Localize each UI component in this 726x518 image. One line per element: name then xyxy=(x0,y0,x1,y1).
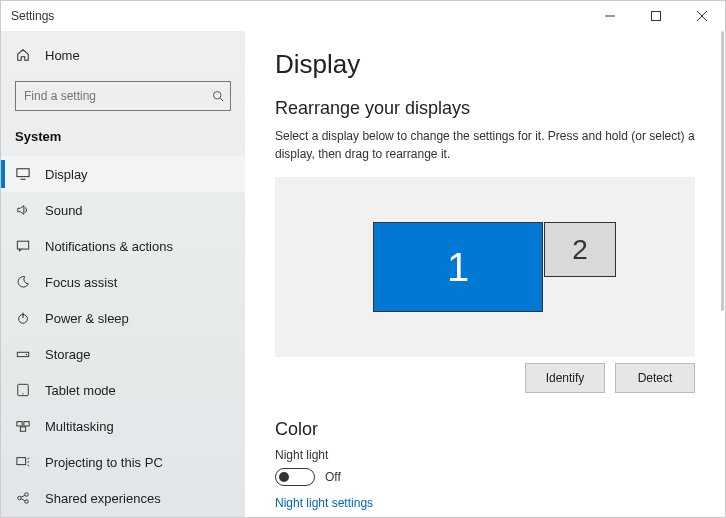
identify-button[interactable]: Identify xyxy=(525,363,605,393)
home-icon xyxy=(15,48,31,62)
nav-label: Display xyxy=(45,167,88,182)
drive-icon xyxy=(15,347,31,361)
nav-label: Sound xyxy=(45,203,83,218)
nav-multitasking[interactable]: Multitasking xyxy=(1,408,245,444)
sidebar: Home System Display Sound xyxy=(1,31,245,517)
svg-rect-6 xyxy=(17,169,29,177)
svg-rect-18 xyxy=(17,458,26,465)
svg-point-19 xyxy=(18,496,22,500)
svg-rect-16 xyxy=(24,422,29,426)
nav-label: Storage xyxy=(45,347,91,362)
night-light-label: Night light xyxy=(275,448,695,462)
monitor-2[interactable]: 2 xyxy=(544,222,616,277)
titlebar: Settings xyxy=(1,1,725,31)
rearrange-heading: Rearrange your displays xyxy=(275,98,695,119)
search-input[interactable] xyxy=(16,82,230,110)
svg-rect-17 xyxy=(20,427,25,431)
moon-icon xyxy=(15,275,31,289)
nav-power-sleep[interactable]: Power & sleep xyxy=(1,300,245,336)
svg-point-21 xyxy=(25,500,29,504)
share-icon xyxy=(15,491,31,505)
nav-label: Multitasking xyxy=(45,419,114,434)
nav-projecting[interactable]: Projecting to this PC xyxy=(1,444,245,480)
nav-label: Shared experiences xyxy=(45,491,161,506)
svg-line-23 xyxy=(21,499,25,501)
svg-line-22 xyxy=(21,495,25,497)
svg-rect-8 xyxy=(17,241,28,249)
nav-label: Projecting to this PC xyxy=(45,455,163,470)
svg-point-14 xyxy=(22,393,23,394)
toggle-knob xyxy=(279,472,289,482)
nav-label: Power & sleep xyxy=(45,311,129,326)
power-icon xyxy=(15,311,31,325)
nav-clipboard[interactable]: Clipboard xyxy=(1,516,245,517)
nav-label: Tablet mode xyxy=(45,383,116,398)
rearrange-desc: Select a display below to change the set… xyxy=(275,127,695,163)
message-icon xyxy=(15,239,31,253)
nav-notifications[interactable]: Notifications & actions xyxy=(1,228,245,264)
section-header: System xyxy=(1,125,245,156)
night-light-settings-link[interactable]: Night light settings xyxy=(275,496,695,510)
nav-focus-assist[interactable]: Focus assist xyxy=(1,264,245,300)
nav-shared-experiences[interactable]: Shared experiences xyxy=(1,480,245,516)
nav-display[interactable]: Display xyxy=(1,156,245,192)
project-icon xyxy=(15,455,31,469)
svg-rect-15 xyxy=(17,422,22,426)
svg-rect-1 xyxy=(652,12,661,21)
home-link[interactable]: Home xyxy=(1,37,245,73)
monitor-icon xyxy=(15,167,31,181)
color-heading: Color xyxy=(275,419,695,440)
nav-tablet-mode[interactable]: Tablet mode xyxy=(1,372,245,408)
monitor-2-label: 2 xyxy=(572,234,588,266)
nav-label: Notifications & actions xyxy=(45,239,173,254)
monitor-1-label: 1 xyxy=(447,245,469,290)
nav-storage[interactable]: Storage xyxy=(1,336,245,372)
nav-label: Focus assist xyxy=(45,275,117,290)
close-button[interactable] xyxy=(679,1,725,31)
svg-line-5 xyxy=(220,98,223,101)
page-title: Display xyxy=(275,49,695,80)
detect-button[interactable]: Detect xyxy=(615,363,695,393)
multitask-icon xyxy=(15,419,31,433)
maximize-button[interactable] xyxy=(633,1,679,31)
svg-point-12 xyxy=(26,354,27,355)
nav-sound[interactable]: Sound xyxy=(1,192,245,228)
content-area: Display Rearrange your displays Select a… xyxy=(245,31,725,517)
svg-point-20 xyxy=(25,493,29,497)
minimize-button[interactable] xyxy=(587,1,633,31)
monitor-1[interactable]: 1 xyxy=(373,222,543,312)
night-light-toggle[interactable] xyxy=(275,468,315,486)
window-title: Settings xyxy=(11,9,54,23)
search-box[interactable] xyxy=(15,81,231,111)
search-icon xyxy=(212,90,224,102)
night-light-state: Off xyxy=(325,470,341,484)
svg-point-4 xyxy=(214,92,222,100)
speaker-icon xyxy=(15,203,31,217)
settings-window: Settings Home xyxy=(0,0,726,518)
scrollbar[interactable] xyxy=(721,31,724,311)
home-label: Home xyxy=(45,48,80,63)
display-arrangement-area[interactable]: 1 2 xyxy=(275,177,695,357)
tablet-icon xyxy=(15,383,31,397)
